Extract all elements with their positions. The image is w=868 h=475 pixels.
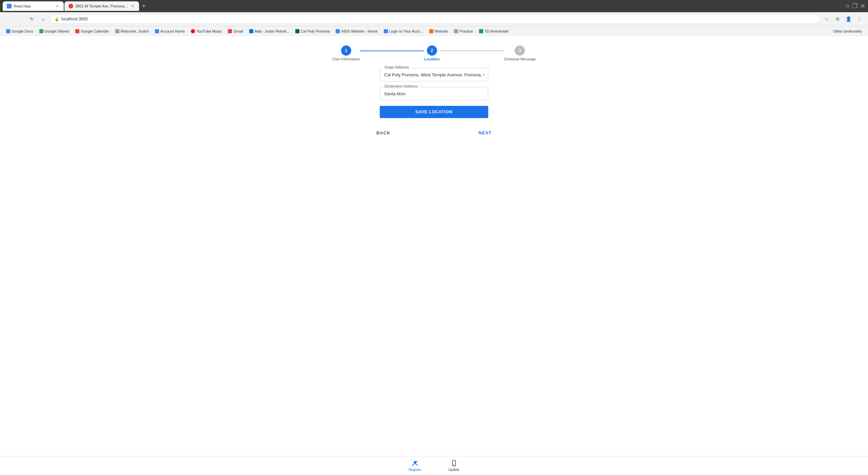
bookmark-label-sheets: Google Sheets (45, 29, 70, 33)
bookmark-favicon-ytm (191, 29, 195, 33)
bookmark-favicon-td (479, 29, 483, 33)
bookmark-favicon-calpoly (295, 29, 299, 33)
origin-address-group: Origin Address (380, 68, 488, 81)
tab-maps[interactable]: 3801 W Temple Ave, Pomona, C... ✕ (64, 1, 139, 11)
bookmark-google-sheets[interactable]: Google Sheets (37, 27, 72, 35)
step-connector-1-2 (360, 51, 424, 51)
reload-button[interactable]: ↻ (27, 14, 37, 24)
toolbar: ← → ↻ ⌂ 🔒 localhost:3000 ☆ ⚙ 👤 ⋮ (0, 12, 868, 26)
bookmark-practice[interactable]: Practice (451, 27, 476, 35)
register-label: Register (409, 468, 421, 472)
svg-point-4 (453, 464, 454, 466)
stepper: 1 User Information 2 Location 3 Schedule… (332, 45, 536, 61)
bookmark-label-ytm: YouTube Music (196, 29, 222, 33)
step-1-user-info: 1 User Information (332, 45, 360, 61)
bookmark-favicon-practice (454, 29, 458, 33)
tab-favicon-maps (68, 4, 73, 8)
close-button[interactable]: ✕ (860, 2, 865, 10)
bottom-bar-update[interactable]: Update (449, 460, 459, 472)
bookmark-label-login: Login to Your Acco... (389, 29, 423, 33)
bookmark-button[interactable]: ☆ (822, 14, 831, 24)
bookmark-account-home[interactable]: Account Home (152, 27, 188, 35)
bookmark-favicon-account (155, 29, 159, 33)
tab-title-maps: 3801 W Temple Ave, Pomona, C... (75, 4, 128, 8)
bookmark-label-mail: Mail - Justin Reboll... (255, 29, 289, 33)
nav-actions: BACK NEXT (376, 130, 492, 135)
next-button[interactable]: NEXT (478, 130, 492, 135)
step-1-number: 1 (345, 48, 347, 53)
bottom-bar-register[interactable]: Register (409, 460, 421, 472)
tab-react-app[interactable]: React App ✕ (3, 1, 64, 11)
bookmark-youtube-music[interactable]: YouTube Music (188, 27, 224, 35)
maximize-button[interactable]: ❐ (852, 2, 857, 10)
destination-address-group: Destination Address (380, 87, 488, 100)
new-tab-button[interactable]: + (140, 2, 148, 10)
bookmark-favicon-docs (6, 29, 10, 33)
bookmark-google-docs[interactable]: Google Docs (3, 27, 36, 35)
menu-button[interactable]: ⋮ (854, 14, 864, 24)
bookmark-favicon-calendar (75, 29, 79, 33)
tab-close-maps[interactable]: ✕ (130, 4, 135, 8)
step-3-circle: 3 (515, 45, 525, 56)
bookmark-label-docs: Google Docs (12, 29, 33, 33)
bookmarks-bar: Google Docs Google Sheets Google Calenda… (0, 26, 868, 36)
tab-favicon-react (7, 4, 12, 8)
origin-address-label: Origin Address (383, 65, 410, 69)
window-controls: ⌗ ❐ ✕ (846, 2, 865, 10)
bookmark-login[interactable]: Login to Your Acco... (381, 27, 426, 35)
minimize-button[interactable]: ⌗ (846, 3, 849, 10)
forward-nav-button[interactable]: → (16, 14, 25, 24)
other-bookmarks-label: Other bookmarks (833, 29, 862, 33)
step-3-schedule: 3 Schedule Message (504, 45, 536, 61)
bookmark-label-account: Account Home (160, 29, 185, 33)
bookmark-mail-justin[interactable]: Mail - Justin Reboll... (246, 27, 292, 35)
update-icon (450, 460, 458, 467)
bookmark-cal-poly[interactable]: Cal Poly Pomona (293, 27, 332, 35)
location-form: Origin Address Destination Address SAVE … (380, 68, 488, 118)
other-bookmarks[interactable]: Other bookmarks (831, 27, 865, 35)
step-connector-2-3 (440, 51, 504, 51)
bookmark-label-calpoly: Cal Poly Pomona (301, 29, 330, 33)
app-content: 1 User Information 2 Location 3 Schedule… (0, 36, 868, 461)
extensions-button[interactable]: ⚙ (833, 14, 842, 24)
home-button[interactable]: ⌂ (39, 14, 48, 24)
account-button[interactable]: 👤 (844, 14, 853, 24)
step-1-circle: 1 (341, 45, 351, 56)
tab-title-react: React App (14, 4, 53, 8)
bottom-navigation-bar: Register Update (0, 456, 868, 475)
bookmark-label-welcome: Welcome, Justin! (121, 29, 149, 33)
bookmark-gmail[interactable]: Gmail (225, 27, 246, 35)
bookmark-label-gmail: Gmail (233, 29, 243, 33)
step-2-label: Location (424, 57, 440, 61)
bookmark-label-practice: Practice (459, 29, 473, 33)
step-2-location: 2 Location (424, 45, 440, 61)
destination-address-input[interactable] (380, 87, 488, 100)
bookmark-website[interactable]: Website (427, 27, 451, 35)
bookmark-td-ameritrade[interactable]: TD Ameritrade (476, 27, 511, 35)
step-1-label: User Information (332, 57, 360, 61)
bookmark-welcome-justin[interactable]: Welcome, Justin! (113, 27, 152, 35)
bookmark-ihss[interactable]: IHSS Website - Home (333, 27, 380, 35)
step-3-number: 3 (519, 48, 521, 53)
bookmark-label-calendar: Google Calendar (81, 29, 109, 33)
bookmark-google-calendar[interactable]: Google Calendar (73, 27, 112, 35)
step-3-label: Schedule Message (504, 57, 536, 61)
origin-address-input[interactable] (380, 68, 488, 81)
bookmark-favicon-welcome (115, 29, 119, 33)
bookmark-favicon-ihss (336, 29, 340, 33)
bookmark-favicon-gmail (228, 29, 232, 33)
tab-close-react[interactable]: ✕ (55, 4, 60, 8)
bookmark-favicon-login (384, 29, 388, 33)
back-button[interactable]: BACK (376, 130, 391, 135)
save-location-button[interactable]: SAVE LOCATION (380, 106, 488, 118)
back-nav-button[interactable]: ← (4, 14, 14, 24)
bookmark-label-ihss: IHSS Website - Home (341, 29, 377, 33)
url-display: localhost:3000 (61, 17, 87, 21)
step-2-circle: 2 (427, 45, 437, 56)
svg-point-0 (414, 461, 416, 463)
destination-address-label: Destination Address (383, 84, 419, 88)
address-bar[interactable]: 🔒 localhost:3000 (50, 14, 820, 24)
step-2-number: 2 (431, 48, 433, 53)
tab-bar: React App ✕ 3801 W Temple Ave, Pomona, C… (0, 0, 868, 12)
bookmark-favicon-website (429, 29, 433, 33)
